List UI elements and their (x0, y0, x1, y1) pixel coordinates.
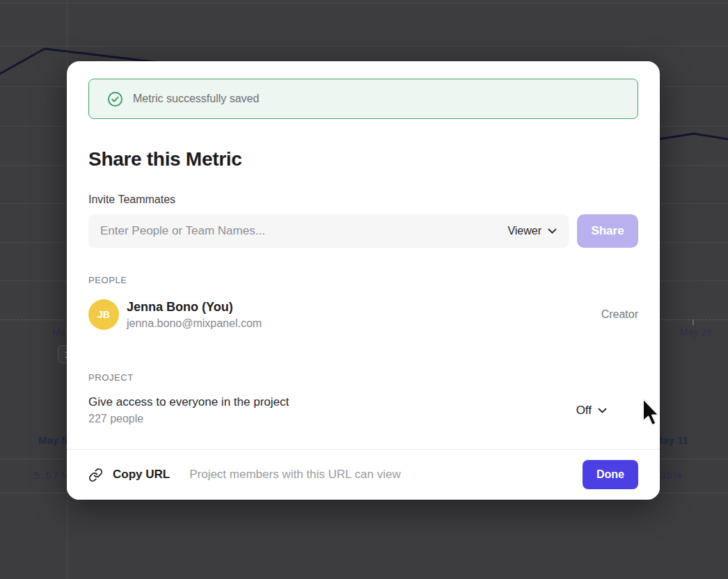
axis-tick (693, 319, 694, 325)
table-date-cell: May 5 (38, 434, 68, 446)
footer-hint: Project members with this URL can view (189, 468, 401, 482)
project-access-dropdown[interactable]: Off (576, 404, 638, 418)
done-button[interactable]: Done (583, 460, 638, 489)
invite-teammates-label: Invite Teammates (88, 193, 638, 206)
role-dropdown-value: Viewer (507, 225, 541, 237)
chevron-down-icon (548, 228, 557, 234)
chevron-down-icon (598, 408, 607, 413)
share-button[interactable]: Share (577, 214, 638, 248)
project-access-title: Give access to everyone in the project (88, 395, 289, 409)
person-email: jenna.bono@mixpanel.com (127, 317, 262, 330)
copy-url-label: Copy URL (113, 468, 170, 482)
role-dropdown[interactable]: Viewer (499, 225, 557, 237)
page-title: Share this Metric (88, 148, 638, 170)
project-access-row: Give access to everyone in the project 2… (88, 395, 638, 425)
check-circle-icon (107, 91, 123, 107)
invite-field[interactable]: Viewer (88, 214, 569, 248)
link-icon (88, 468, 103, 482)
modal-footer: Copy URL Project members with this URL c… (67, 449, 660, 500)
project-access-subtitle: 227 people (88, 413, 289, 425)
x-axis-label: May 26 (680, 326, 712, 338)
success-message: Metric successfully saved (133, 93, 259, 105)
copy-url-button[interactable]: Copy URL (88, 468, 170, 482)
success-banner: Metric successfully saved (88, 79, 638, 119)
table-value-cell: 5.57% (33, 469, 72, 481)
person-role: Creator (601, 308, 638, 321)
invite-input[interactable] (100, 224, 499, 238)
invite-row: Viewer Share (88, 214, 638, 248)
x-axis-label: Ma (52, 326, 65, 338)
project-heading: PROJECT (88, 372, 638, 383)
avatar: JB (88, 299, 119, 330)
people-heading: PEOPLE (88, 275, 638, 285)
person-name: Jenna Bono (You) (127, 300, 262, 315)
project-access-value: Off (576, 404, 592, 418)
table-value-cell: 35% (660, 469, 683, 481)
person-row: JB Jenna Bono (You) jenna.bono@mixpanel.… (88, 299, 638, 330)
share-modal: Metric successfully saved Share this Met… (67, 61, 660, 500)
